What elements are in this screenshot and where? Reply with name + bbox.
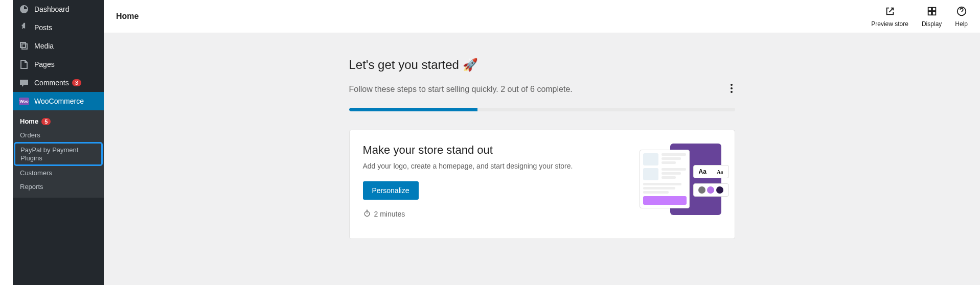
home-badge: 5 (41, 118, 51, 125)
color-swatch-3 (716, 186, 723, 194)
submenu-item-paypal[interactable]: PayPal by Payment Plugins (14, 142, 103, 166)
display-button[interactable]: Display (922, 6, 942, 28)
svg-rect-0 (928, 7, 931, 10)
submenu-label-paypal: PayPal by Payment Plugins (20, 146, 96, 162)
submenu-label-home: Home (20, 117, 38, 125)
more-menu-button[interactable] (728, 81, 735, 98)
started-heading: Let's get you started 🚀 (349, 58, 735, 72)
dashboard-icon (19, 4, 29, 14)
grid-icon (926, 6, 938, 18)
kebab-icon (730, 86, 733, 95)
svg-point-7 (731, 91, 733, 93)
sidebar-item-posts[interactable]: Posts (13, 18, 104, 37)
task-card: Make your store stand out Add your logo,… (349, 130, 735, 239)
rocket-emoji: 🚀 (463, 58, 478, 72)
submenu-item-customers[interactable]: Customers (13, 166, 104, 180)
color-swatch-panel (693, 183, 729, 197)
help-button[interactable]: Help (955, 6, 968, 28)
comments-badge: 3 (72, 79, 81, 86)
sidebar-item-woocommerce[interactable]: Woo WooCommerce (13, 92, 104, 110)
submenu-label-orders: Orders (20, 131, 40, 139)
help-icon (956, 6, 967, 18)
submenu-item-orders[interactable]: Orders (13, 128, 104, 142)
time-estimate-text: 2 minutes (374, 210, 405, 218)
content-inner: Let's get you started 🚀 Follow these ste… (349, 58, 735, 285)
help-label: Help (955, 20, 968, 28)
font-swatch-small: Aa (717, 169, 723, 175)
svg-rect-2 (928, 11, 931, 14)
font-swatch-panel: Aa Aa (693, 165, 729, 178)
sidebar-label-pages: Pages (34, 60, 55, 68)
page-title: Home (116, 12, 139, 21)
pages-icon (19, 59, 29, 69)
progress-fill (349, 108, 477, 111)
sidebar-label-media: Media (34, 42, 54, 50)
sidebar-item-dashboard[interactable]: Dashboard (13, 0, 104, 18)
preview-store-button[interactable]: Preview store (871, 6, 908, 28)
topbar-actions: Preview store Display Help (871, 6, 968, 28)
font-swatch-large: Aa (699, 168, 706, 175)
pin-icon (19, 22, 29, 33)
sidebar-item-media[interactable]: Media (13, 37, 104, 55)
sidebar-label-posts: Posts (34, 23, 52, 32)
card-illustration: Aa Aa (640, 144, 721, 225)
card-text: Make your store stand out Add your logo,… (363, 144, 619, 225)
external-icon (884, 6, 896, 18)
sidebar-item-pages[interactable]: Pages (13, 55, 104, 74)
submenu-label-customers: Customers (20, 169, 52, 177)
submenu-item-home[interactable]: Home 5 (13, 114, 104, 128)
display-label: Display (922, 20, 942, 28)
svg-point-5 (731, 84, 733, 86)
card-title: Make your store stand out (363, 144, 619, 157)
sidebar-label-woocommerce: WooCommerce (34, 97, 84, 105)
color-swatch-1 (698, 186, 705, 194)
sidebar-label-comments: Comments (34, 79, 69, 87)
time-estimate: 2 minutes (363, 209, 619, 219)
started-heading-text: Let's get you started (349, 58, 459, 72)
color-swatch-2 (707, 186, 714, 194)
svg-point-6 (731, 87, 733, 89)
stopwatch-icon (363, 209, 371, 219)
main-area: Home Preview store Display Help Let's ge… (104, 0, 980, 285)
svg-rect-3 (932, 11, 936, 14)
submenu-label-reports: Reports (20, 183, 43, 191)
admin-sidebar: Dashboard Posts Media Pages Comments 3 W… (13, 0, 104, 285)
media-icon (19, 41, 29, 51)
sidebar-item-comments[interactable]: Comments 3 (13, 74, 104, 92)
subline-row: Follow these steps to start selling quic… (349, 81, 735, 108)
woocommerce-submenu: Home 5 Orders PayPal by Payment Plugins … (13, 110, 104, 198)
setup-progress-bar (349, 108, 735, 111)
svg-rect-1 (932, 7, 936, 10)
sidebar-label-dashboard: Dashboard (34, 5, 70, 13)
topbar: Home Preview store Display Help (104, 0, 980, 33)
card-description: Add your logo, create a homepage, and st… (363, 162, 619, 170)
personalize-button[interactable]: Personalize (363, 181, 419, 200)
comments-icon (19, 78, 29, 88)
content-area: Let's get you started 🚀 Follow these ste… (104, 33, 980, 285)
preview-store-label: Preview store (871, 20, 908, 28)
started-subline: Follow these steps to start selling quic… (349, 85, 573, 94)
woocommerce-icon: Woo (19, 96, 29, 106)
submenu-item-reports[interactable]: Reports (13, 180, 104, 194)
